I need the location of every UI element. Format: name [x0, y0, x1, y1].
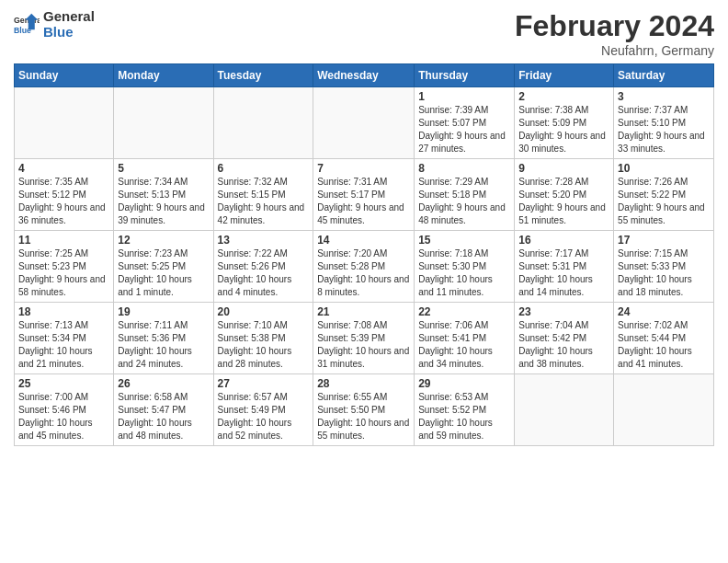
calendar-cell: 6Sunrise: 7:32 AMSunset: 5:15 PMDaylight…: [213, 159, 313, 231]
day-info: Sunrise: 7:29 AMSunset: 5:18 PMDaylight:…: [418, 176, 510, 227]
header-thursday: Thursday: [415, 64, 515, 87]
day-number: 17: [618, 234, 710, 247]
header-saturday: Saturday: [614, 64, 714, 87]
calendar-cell: 17Sunrise: 7:15 AMSunset: 5:33 PMDayligh…: [614, 231, 714, 303]
day-info: Sunrise: 7:34 AMSunset: 5:13 PMDaylight:…: [118, 176, 209, 227]
day-number: 23: [518, 305, 609, 318]
calendar-cell: 13Sunrise: 7:22 AMSunset: 5:26 PMDayligh…: [213, 231, 313, 303]
day-number: 3: [618, 90, 710, 103]
calendar-week-row: 11Sunrise: 7:25 AMSunset: 5:23 PMDayligh…: [15, 231, 714, 303]
day-number: 25: [18, 377, 109, 390]
calendar-cell: 27Sunrise: 6:57 AMSunset: 5:49 PMDayligh…: [213, 374, 313, 446]
day-number: 10: [618, 162, 710, 175]
calendar-cell: [614, 374, 714, 446]
day-number: 24: [618, 305, 710, 318]
day-info: Sunrise: 7:31 AMSunset: 5:17 PMDaylight:…: [317, 176, 410, 227]
day-number: 12: [118, 234, 209, 247]
day-info: Sunrise: 7:15 AMSunset: 5:33 PMDaylight:…: [618, 247, 710, 299]
day-number: 20: [218, 305, 310, 318]
day-number: 29: [418, 377, 510, 390]
day-info: Sunrise: 7:35 AMSunset: 5:12 PMDaylight:…: [18, 176, 109, 227]
day-info: Sunrise: 7:06 AMSunset: 5:41 PMDaylight:…: [418, 319, 510, 371]
day-info: Sunrise: 7:08 AMSunset: 5:39 PMDaylight:…: [317, 319, 410, 371]
header-sunday: Sunday: [15, 64, 114, 87]
calendar-cell: 29Sunrise: 6:53 AMSunset: 5:52 PMDayligh…: [415, 374, 515, 446]
calendar-cell: 24Sunrise: 7:02 AMSunset: 5:44 PMDayligh…: [614, 303, 714, 374]
day-number: 1: [418, 90, 510, 103]
day-info: Sunrise: 7:37 AMSunset: 5:10 PMDaylight:…: [618, 104, 710, 155]
calendar-cell: 3Sunrise: 7:37 AMSunset: 5:10 PMDaylight…: [614, 87, 714, 159]
title-area: February 2024 Neufahrn, Germany: [515, 9, 714, 58]
day-number: 14: [317, 234, 410, 247]
calendar-cell: 20Sunrise: 7:10 AMSunset: 5:38 PMDayligh…: [213, 303, 313, 374]
calendar-week-row: 25Sunrise: 7:00 AMSunset: 5:46 PMDayligh…: [15, 374, 714, 446]
calendar-cell: 2Sunrise: 7:38 AMSunset: 5:09 PMDaylight…: [515, 87, 614, 159]
logo-icon: General Blue: [14, 12, 40, 38]
day-number: 16: [518, 234, 609, 247]
calendar-cell: 10Sunrise: 7:26 AMSunset: 5:22 PMDayligh…: [614, 159, 714, 231]
calendar-cell: 25Sunrise: 7:00 AMSunset: 5:46 PMDayligh…: [15, 374, 114, 446]
day-number: 26: [118, 377, 209, 390]
day-number: 18: [18, 305, 109, 318]
day-info: Sunrise: 7:04 AMSunset: 5:42 PMDaylight:…: [518, 319, 609, 371]
header-wednesday: Wednesday: [313, 64, 415, 87]
day-info: Sunrise: 7:20 AMSunset: 5:28 PMDaylight:…: [317, 247, 410, 299]
calendar-cell: [313, 87, 415, 159]
calendar-cell: [515, 374, 614, 446]
day-info: Sunrise: 7:39 AMSunset: 5:07 PMDaylight:…: [418, 104, 510, 155]
day-number: 6: [218, 162, 310, 175]
calendar-cell: 18Sunrise: 7:13 AMSunset: 5:34 PMDayligh…: [15, 303, 114, 374]
calendar-cell: 14Sunrise: 7:20 AMSunset: 5:28 PMDayligh…: [313, 231, 415, 303]
day-number: 15: [418, 234, 510, 247]
header: General Blue General Blue February 2024 …: [14, 9, 714, 58]
calendar-cell: 12Sunrise: 7:23 AMSunset: 5:25 PMDayligh…: [114, 231, 213, 303]
calendar-cell: 28Sunrise: 6:55 AMSunset: 5:50 PMDayligh…: [313, 374, 415, 446]
calendar-cell: 23Sunrise: 7:04 AMSunset: 5:42 PMDayligh…: [515, 303, 614, 374]
logo: General Blue General Blue: [14, 9, 95, 40]
header-monday: Monday: [114, 64, 213, 87]
day-number: 2: [518, 90, 609, 103]
svg-text:General: General: [14, 16, 40, 25]
day-number: 7: [317, 162, 410, 175]
day-number: 13: [218, 234, 310, 247]
logo-blue-text: Blue: [43, 25, 95, 40]
calendar-cell: 19Sunrise: 7:11 AMSunset: 5:36 PMDayligh…: [114, 303, 213, 374]
calendar-table: Sunday Monday Tuesday Wednesday Thursday…: [14, 63, 714, 446]
calendar-week-row: 1Sunrise: 7:39 AMSunset: 5:07 PMDaylight…: [15, 87, 714, 159]
calendar-cell: 21Sunrise: 7:08 AMSunset: 5:39 PMDayligh…: [313, 303, 415, 374]
calendar-cell: 16Sunrise: 7:17 AMSunset: 5:31 PMDayligh…: [515, 231, 614, 303]
calendar-cell: 1Sunrise: 7:39 AMSunset: 5:07 PMDaylight…: [415, 87, 515, 159]
day-number: 8: [418, 162, 510, 175]
day-number: 5: [118, 162, 209, 175]
day-info: Sunrise: 7:18 AMSunset: 5:30 PMDaylight:…: [418, 247, 510, 299]
calendar-cell: 9Sunrise: 7:28 AMSunset: 5:20 PMDaylight…: [515, 159, 614, 231]
calendar-week-row: 4Sunrise: 7:35 AMSunset: 5:12 PMDaylight…: [15, 159, 714, 231]
day-info: Sunrise: 7:00 AMSunset: 5:46 PMDaylight:…: [18, 391, 109, 442]
calendar-cell: 5Sunrise: 7:34 AMSunset: 5:13 PMDaylight…: [114, 159, 213, 231]
calendar-cell: [114, 87, 213, 159]
day-info: Sunrise: 7:23 AMSunset: 5:25 PMDaylight:…: [118, 247, 209, 299]
day-info: Sunrise: 7:11 AMSunset: 5:36 PMDaylight:…: [118, 319, 209, 371]
day-info: Sunrise: 7:10 AMSunset: 5:38 PMDaylight:…: [218, 319, 310, 371]
day-info: Sunrise: 7:28 AMSunset: 5:20 PMDaylight:…: [518, 176, 609, 227]
calendar-cell: 8Sunrise: 7:29 AMSunset: 5:18 PMDaylight…: [415, 159, 515, 231]
calendar-week-row: 18Sunrise: 7:13 AMSunset: 5:34 PMDayligh…: [15, 303, 714, 374]
weekday-header-row: Sunday Monday Tuesday Wednesday Thursday…: [15, 64, 714, 87]
day-info: Sunrise: 6:58 AMSunset: 5:47 PMDaylight:…: [118, 391, 209, 442]
header-tuesday: Tuesday: [213, 64, 313, 87]
calendar-cell: 26Sunrise: 6:58 AMSunset: 5:47 PMDayligh…: [114, 374, 213, 446]
day-info: Sunrise: 7:13 AMSunset: 5:34 PMDaylight:…: [18, 319, 109, 371]
calendar-cell: 11Sunrise: 7:25 AMSunset: 5:23 PMDayligh…: [15, 231, 114, 303]
calendar-cell: 15Sunrise: 7:18 AMSunset: 5:30 PMDayligh…: [415, 231, 515, 303]
day-info: Sunrise: 7:26 AMSunset: 5:22 PMDaylight:…: [618, 176, 710, 227]
day-info: Sunrise: 7:25 AMSunset: 5:23 PMDaylight:…: [18, 247, 109, 299]
location-subtitle: Neufahrn, Germany: [515, 43, 714, 58]
day-info: Sunrise: 7:22 AMSunset: 5:26 PMDaylight:…: [218, 247, 310, 299]
day-number: 28: [317, 377, 410, 390]
day-info: Sunrise: 7:02 AMSunset: 5:44 PMDaylight:…: [618, 319, 710, 371]
day-info: Sunrise: 7:32 AMSunset: 5:15 PMDaylight:…: [218, 176, 310, 227]
calendar-cell: 7Sunrise: 7:31 AMSunset: 5:17 PMDaylight…: [313, 159, 415, 231]
day-number: 9: [518, 162, 609, 175]
calendar-cell: 4Sunrise: 7:35 AMSunset: 5:12 PMDaylight…: [15, 159, 114, 231]
logo-text: General Blue: [43, 9, 95, 40]
